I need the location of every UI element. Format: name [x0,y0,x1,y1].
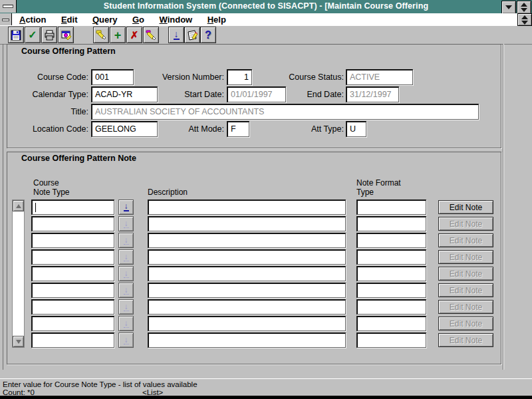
note-type-lov-button[interactable]: ↓ [118,316,134,331]
menu-action[interactable]: Action [13,13,52,25]
location-code-field[interactable]: GEELONG [91,121,158,137]
edit-note-button[interactable]: Edit Note [438,283,493,297]
window-title: Student Information System (Connected to… [0,1,532,11]
location-code-label: Location Code: [13,124,88,134]
note-section-heading: Course Offering Pattern Note [21,154,136,163]
note-format-type-field[interactable] [356,266,426,281]
note-type-lov-button[interactable]: ↓ [118,216,134,231]
menu-items: Action Edit Query Go Window Help [13,13,232,25]
edit-note-button[interactable]: Edit Note [438,200,493,214]
note-type-lov-button[interactable]: ↓ [118,332,134,348]
description-field[interactable] [148,316,346,331]
check-icon: ✓ [28,29,37,41]
next-block-button[interactable]: ↓ [168,27,184,43]
note-row: ↓ Edit Note [0,316,503,332]
course-code-field[interactable]: 001 [91,69,134,85]
description-field[interactable] [148,266,346,281]
description-field[interactable] [148,249,346,265]
note-type-field[interactable] [31,316,114,331]
note-type-field[interactable] [31,266,114,281]
description-field[interactable] [148,233,346,248]
accept-button[interactable]: ✓ [25,27,41,43]
note-format-type-field[interactable] [356,332,426,348]
note-format-type-field[interactable] [356,233,426,248]
note-type-lov-button[interactable]: ↓ [118,249,134,265]
lov-down-arrow-icon: ↓ [124,237,129,245]
note-type-field[interactable] [31,332,114,348]
minimize-button[interactable] [501,1,516,14]
edit-note-button[interactable]: Edit Note [438,217,493,231]
title-bar: Student Information System (Connected to… [0,0,532,14]
edit-note-button[interactable]: Edit Note [438,233,493,247]
col-course-header-line1: Course [33,178,59,188]
menu-go[interactable]: Go [126,13,150,25]
note-type-field[interactable] [31,233,114,248]
description-field[interactable] [148,216,346,231]
description-field[interactable] [148,200,346,215]
menu-window[interactable]: Window [154,13,199,25]
note-type-field[interactable] [31,249,114,265]
child-system-menu-button[interactable] [0,13,12,25]
note-row: ↓ Edit Note [0,249,503,266]
version-number-field[interactable]: 1 [227,69,252,85]
edit-note-button[interactable]: Edit Note [438,267,493,281]
menu-query[interactable]: Query [86,13,124,25]
note-type-lov-button[interactable]: ↓ [118,266,134,281]
save-button[interactable] [8,27,24,43]
note-type-lov-button[interactable]: ↓ [118,200,134,215]
note-format-type-field[interactable] [356,299,426,315]
menu-help[interactable]: Help [201,13,232,25]
description-field[interactable] [148,332,346,348]
edit-note-button[interactable]: Edit Note [438,250,493,264]
description-field[interactable] [148,299,346,315]
note-type-field[interactable] [31,283,114,298]
calendar-type-field[interactable]: ACAD-YR [91,86,158,102]
description-field[interactable] [148,283,346,298]
restore-down-icon [521,8,527,12]
note-format-type-field[interactable] [356,316,426,331]
end-date-field: 31/12/1997 [346,86,399,102]
note-type-field[interactable] [31,200,114,215]
edit-button[interactable] [184,27,200,43]
delete-record-button[interactable]: ✗ [126,27,142,43]
note-type-lov-button[interactable]: ↓ [118,233,134,248]
child-restore-button[interactable] [517,13,532,26]
title-label: Title: [13,107,88,116]
application-window: Student Information System (Connected to… [0,0,532,399]
att-mode-field[interactable]: F [227,121,249,137]
course-status-label: Course Status: [269,72,344,82]
edit-note-button[interactable]: Edit Note [438,300,493,314]
question-icon: ? [205,29,211,41]
note-format-type-field[interactable] [356,216,426,231]
flashlight-pencil-icon [146,30,157,41]
menu-edit[interactable]: Edit [55,13,84,25]
note-row: ↓ Edit Note [0,332,503,349]
insert-record-button[interactable]: + [110,27,126,43]
att-type-field[interactable]: U [346,121,366,137]
col-note-type-header-line2: Note Type [33,188,69,197]
note-format-type-field[interactable] [356,200,426,215]
edit-note-button[interactable]: Edit Note [438,317,493,331]
note-format-type-field[interactable] [356,249,426,265]
clear-form-button[interactable] [58,27,74,43]
note-type-lov-button[interactable]: ↓ [118,283,134,298]
edit-note-button[interactable]: Edit Note [438,333,493,347]
version-number-label: Version Number: [149,72,224,82]
end-date-label: End Date: [269,90,344,99]
restore-button[interactable] [517,1,531,14]
note-type-lov-button[interactable]: ↓ [118,299,134,315]
bottom-border [0,396,532,399]
note-type-field[interactable] [31,216,114,231]
child-restore-down-icon [521,21,528,25]
help-button[interactable]: ? [200,27,216,43]
note-type-field[interactable] [31,299,114,315]
lov-down-arrow-icon: ↓ [124,253,129,261]
note-format-type-field[interactable] [356,283,426,298]
cross-icon: ✗ [130,29,139,41]
lov-down-arrow-icon: ↓ [124,320,129,328]
print-button[interactable] [41,27,57,43]
printer-icon [44,30,55,41]
cancel-query-button[interactable] [143,27,159,43]
enter-query-button[interactable] [93,27,109,43]
canvas-right-highlight [503,44,504,370]
